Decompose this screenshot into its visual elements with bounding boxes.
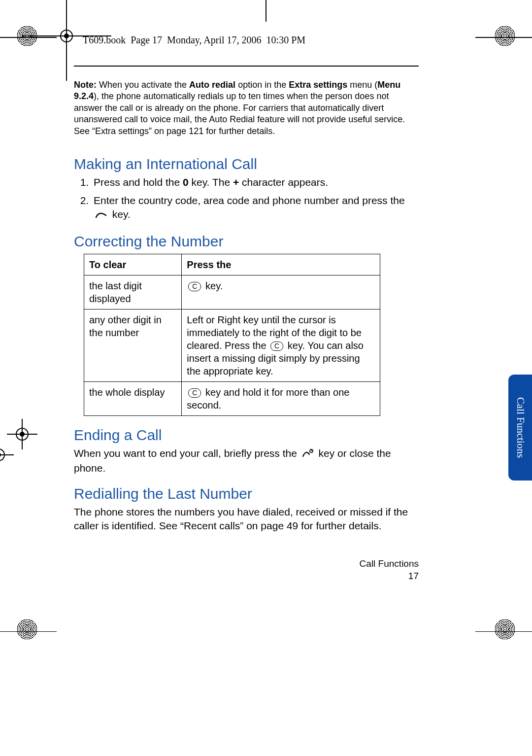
intl-steps: Press and hold the 0 key. The + characte… [74, 175, 419, 222]
crop-line [475, 631, 532, 632]
end-key-icon [301, 448, 314, 461]
crop-line [0, 631, 57, 632]
send-key-icon [95, 209, 108, 222]
cell: any other digit in the number [84, 309, 182, 381]
col-press-the: Press the [182, 254, 380, 275]
c-key-icon: C [188, 282, 201, 291]
table-row: the whole display C key and hold it for … [84, 381, 380, 415]
redialling-body: The phone stores the numbers you have di… [74, 505, 419, 532]
list-item: Press and hold the 0 key. The + characte… [92, 175, 419, 189]
crop-spiral-tr [495, 26, 515, 46]
footer-section: Call Functions [360, 558, 419, 570]
table-row: any other digit in the number Left or Ri… [84, 309, 380, 381]
cell: the last digit displayed [84, 275, 182, 309]
page-footer: Call Functions 17 [360, 558, 419, 582]
ending-call-body: When you want to end your call, briefly … [74, 447, 419, 475]
crop-spiral-bl [17, 619, 37, 640]
heading-redialling: Redialling the Last Number [74, 485, 419, 502]
running-head: T609.book Page 17 Monday, April 17, 2006… [83, 34, 419, 46]
heading-international-call: Making an International Call [74, 156, 419, 172]
crop-line [0, 37, 57, 38]
crop-spiral-br [495, 619, 515, 640]
table-row: the last digit displayed C key. [84, 275, 380, 309]
note-block: Note: When you activate the Auto redial … [74, 79, 419, 137]
crop-target-ml [12, 424, 33, 445]
footer-page-number: 17 [360, 570, 419, 583]
col-to-clear: To clear [84, 254, 182, 275]
cell: the whole display [84, 381, 182, 415]
section-side-tab: Call Functions [508, 375, 532, 481]
c-key-icon: C [188, 388, 201, 398]
table-row: To clear Press the [84, 254, 380, 275]
crop-target-mr [0, 445, 9, 465]
header-rule [74, 66, 419, 67]
cell: Left or Right key until the cursor is im… [182, 309, 380, 381]
section-side-tab-label: Call Functions [514, 397, 527, 458]
cell: C key and hold it for more than one seco… [182, 381, 380, 415]
c-key-icon: C [270, 342, 283, 351]
cell: C key. [182, 275, 380, 309]
heading-correcting-number: Correcting the Number [74, 233, 419, 250]
note-label: Note: [74, 80, 97, 90]
list-item: Enter the country code, area code and ph… [92, 194, 419, 222]
page-body: T609.book Page 17 Monday, April 17, 2006… [74, 30, 419, 532]
correcting-table: To clear Press the the last digit displa… [84, 254, 380, 416]
heading-ending-call: Ending a Call [74, 427, 419, 444]
crop-line [475, 37, 532, 38]
